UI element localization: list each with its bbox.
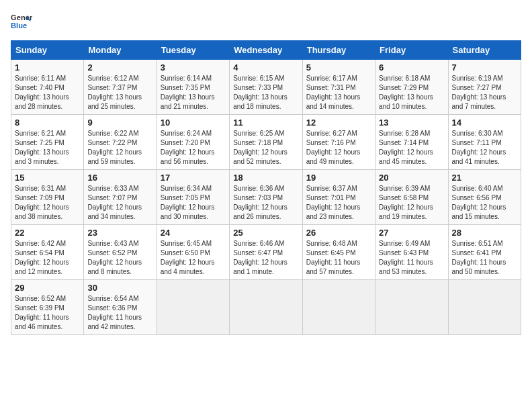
day-info: Sunrise: 6:40 AM Sunset: 6:56 PM Dayligh… (452, 184, 517, 222)
calendar-cell: 27Sunrise: 6:49 AM Sunset: 6:43 PM Dayli… (375, 225, 448, 280)
day-info: Sunrise: 6:27 AM Sunset: 7:16 PM Dayligh… (306, 129, 371, 167)
calendar-cell: 10Sunrise: 6:24 AM Sunset: 7:20 PM Dayli… (157, 115, 229, 170)
day-number: 6 (379, 62, 444, 73)
day-info: Sunrise: 6:43 AM Sunset: 6:52 PM Dayligh… (87, 239, 152, 277)
day-info: Sunrise: 6:12 AM Sunset: 7:37 PM Dayligh… (87, 74, 152, 111)
day-number: 15 (15, 173, 80, 183)
calendar-cell: 17Sunrise: 6:34 AM Sunset: 7:05 PM Dayli… (157, 170, 229, 225)
day-number: 19 (306, 173, 371, 183)
weekday-header-thursday: Thursday (302, 41, 375, 60)
week-row-4: 22Sunrise: 6:42 AM Sunset: 6:54 PM Dayli… (11, 225, 521, 280)
svg-text:General: General (11, 13, 32, 21)
day-info: Sunrise: 6:49 AM Sunset: 6:43 PM Dayligh… (379, 239, 444, 277)
day-number: 28 (452, 228, 517, 238)
day-number: 13 (379, 118, 444, 128)
calendar-cell: 25Sunrise: 6:46 AM Sunset: 6:47 PM Dayli… (230, 225, 302, 280)
calendar-cell: 29Sunrise: 6:52 AM Sunset: 6:39 PM Dayli… (11, 280, 84, 335)
day-number: 23 (87, 228, 152, 238)
header: General Blue (11, 11, 521, 32)
day-number: 1 (15, 62, 80, 73)
calendar-cell: 6Sunrise: 6:18 AM Sunset: 7:29 PM Daylig… (375, 60, 448, 115)
day-number: 26 (306, 228, 371, 238)
calendar-cell: 8Sunrise: 6:21 AM Sunset: 7:25 PM Daylig… (11, 115, 84, 170)
day-info: Sunrise: 6:33 AM Sunset: 7:07 PM Dayligh… (87, 184, 152, 222)
calendar-table: SundayMondayTuesdayWednesdayThursdayFrid… (11, 40, 521, 335)
day-info: Sunrise: 6:14 AM Sunset: 7:35 PM Dayligh… (161, 74, 226, 111)
weekday-header-saturday: Saturday (448, 41, 521, 60)
calendar-cell: 2Sunrise: 6:12 AM Sunset: 7:37 PM Daylig… (84, 60, 157, 115)
day-info: Sunrise: 6:48 AM Sunset: 6:45 PM Dayligh… (306, 239, 371, 277)
day-number: 5 (306, 62, 371, 73)
calendar-cell: 3Sunrise: 6:14 AM Sunset: 7:35 PM Daylig… (157, 60, 229, 115)
calendar-cell: 5Sunrise: 6:17 AM Sunset: 7:31 PM Daylig… (302, 60, 375, 115)
day-number: 12 (306, 118, 371, 128)
day-info: Sunrise: 6:17 AM Sunset: 7:31 PM Dayligh… (306, 74, 371, 111)
calendar-cell: 11Sunrise: 6:25 AM Sunset: 7:18 PM Dayli… (230, 115, 302, 170)
day-number: 18 (233, 173, 298, 183)
day-info: Sunrise: 6:31 AM Sunset: 7:09 PM Dayligh… (15, 184, 80, 222)
day-info: Sunrise: 6:37 AM Sunset: 7:01 PM Dayligh… (306, 184, 371, 222)
logo-icon: General Blue (11, 11, 32, 32)
day-number: 17 (161, 173, 226, 183)
calendar-cell (302, 280, 375, 335)
day-number: 30 (87, 283, 152, 293)
calendar-cell: 4Sunrise: 6:15 AM Sunset: 7:33 PM Daylig… (230, 60, 302, 115)
calendar-cell (448, 280, 521, 335)
week-row-3: 15Sunrise: 6:31 AM Sunset: 7:09 PM Dayli… (11, 170, 521, 225)
calendar-cell: 19Sunrise: 6:37 AM Sunset: 7:01 PM Dayli… (302, 170, 375, 225)
day-info: Sunrise: 6:18 AM Sunset: 7:29 PM Dayligh… (379, 74, 444, 111)
day-number: 11 (233, 118, 298, 128)
calendar-cell: 30Sunrise: 6:54 AM Sunset: 6:36 PM Dayli… (84, 280, 157, 335)
week-row-5: 29Sunrise: 6:52 AM Sunset: 6:39 PM Dayli… (11, 280, 521, 335)
calendar-cell: 20Sunrise: 6:39 AM Sunset: 6:58 PM Dayli… (375, 170, 448, 225)
calendar-cell: 28Sunrise: 6:51 AM Sunset: 6:41 PM Dayli… (448, 225, 521, 280)
logo: General Blue (11, 11, 32, 32)
day-number: 25 (233, 228, 298, 238)
calendar-cell (157, 280, 229, 335)
day-info: Sunrise: 6:11 AM Sunset: 7:40 PM Dayligh… (15, 74, 80, 111)
calendar-cell: 9Sunrise: 6:22 AM Sunset: 7:22 PM Daylig… (84, 115, 157, 170)
day-number: 22 (15, 228, 80, 238)
day-number: 8 (15, 118, 80, 128)
day-number: 27 (379, 228, 444, 238)
calendar-cell: 12Sunrise: 6:27 AM Sunset: 7:16 PM Dayli… (302, 115, 375, 170)
weekday-header-row: SundayMondayTuesdayWednesdayThursdayFrid… (11, 41, 521, 60)
day-number: 21 (452, 173, 517, 183)
calendar-cell: 23Sunrise: 6:43 AM Sunset: 6:52 PM Dayli… (84, 225, 157, 280)
week-row-1: 1Sunrise: 6:11 AM Sunset: 7:40 PM Daylig… (11, 60, 521, 115)
day-info: Sunrise: 6:45 AM Sunset: 6:50 PM Dayligh… (161, 239, 226, 277)
day-info: Sunrise: 6:28 AM Sunset: 7:14 PM Dayligh… (379, 129, 444, 167)
day-number: 20 (379, 173, 444, 183)
calendar-cell: 18Sunrise: 6:36 AM Sunset: 7:03 PM Dayli… (230, 170, 302, 225)
calendar-cell: 13Sunrise: 6:28 AM Sunset: 7:14 PM Dayli… (375, 115, 448, 170)
day-info: Sunrise: 6:30 AM Sunset: 7:11 PM Dayligh… (452, 129, 517, 167)
weekday-header-friday: Friday (375, 41, 448, 60)
day-number: 2 (87, 62, 152, 73)
day-info: Sunrise: 6:24 AM Sunset: 7:20 PM Dayligh… (161, 129, 226, 167)
day-info: Sunrise: 6:51 AM Sunset: 6:41 PM Dayligh… (452, 239, 517, 277)
calendar-cell: 1Sunrise: 6:11 AM Sunset: 7:40 PM Daylig… (11, 60, 84, 115)
day-number: 16 (87, 173, 152, 183)
day-info: Sunrise: 6:34 AM Sunset: 7:05 PM Dayligh… (161, 184, 226, 222)
day-info: Sunrise: 6:39 AM Sunset: 6:58 PM Dayligh… (379, 184, 444, 222)
day-number: 3 (161, 62, 226, 73)
calendar-cell: 21Sunrise: 6:40 AM Sunset: 6:56 PM Dayli… (448, 170, 521, 225)
day-number: 24 (161, 228, 226, 238)
day-info: Sunrise: 6:52 AM Sunset: 6:39 PM Dayligh… (15, 294, 80, 332)
calendar-cell (230, 280, 302, 335)
calendar-cell (375, 280, 448, 335)
day-number: 4 (233, 62, 298, 73)
day-info: Sunrise: 6:22 AM Sunset: 7:22 PM Dayligh… (87, 129, 152, 167)
calendar-cell: 16Sunrise: 6:33 AM Sunset: 7:07 PM Dayli… (84, 170, 157, 225)
calendar-cell: 15Sunrise: 6:31 AM Sunset: 7:09 PM Dayli… (11, 170, 84, 225)
weekday-header-tuesday: Tuesday (157, 41, 229, 60)
calendar-cell: 7Sunrise: 6:19 AM Sunset: 7:27 PM Daylig… (448, 60, 521, 115)
svg-text:Blue: Blue (11, 21, 27, 30)
day-info: Sunrise: 6:19 AM Sunset: 7:27 PM Dayligh… (452, 74, 517, 111)
week-row-2: 8Sunrise: 6:21 AM Sunset: 7:25 PM Daylig… (11, 115, 521, 170)
weekday-header-monday: Monday (84, 41, 157, 60)
day-number: 9 (87, 118, 152, 128)
calendar-cell: 26Sunrise: 6:48 AM Sunset: 6:45 PM Dayli… (302, 225, 375, 280)
day-info: Sunrise: 6:15 AM Sunset: 7:33 PM Dayligh… (233, 74, 298, 111)
day-number: 29 (15, 283, 80, 293)
